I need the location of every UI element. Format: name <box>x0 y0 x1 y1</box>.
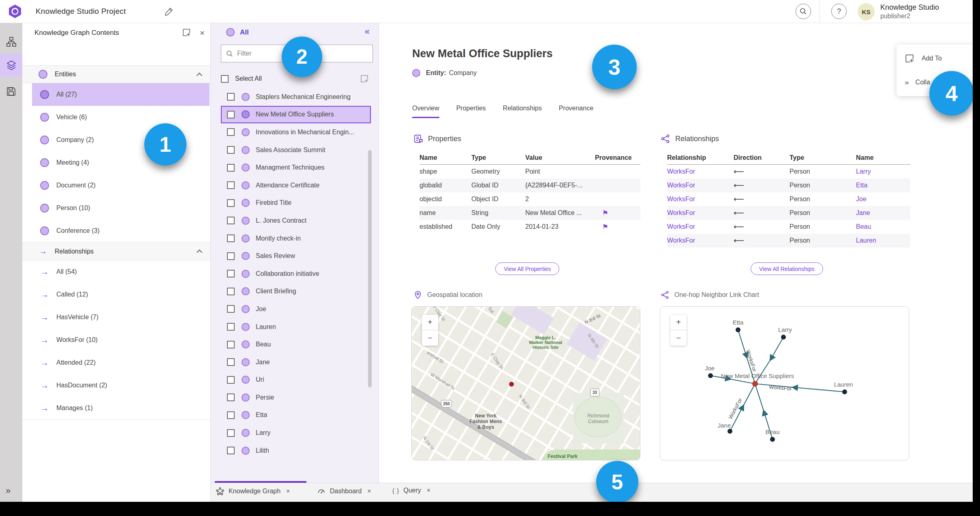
entity-instance-item[interactable]: Lilith <box>221 442 371 460</box>
entity-instance-item[interactable]: Uri <box>221 371 371 389</box>
item-checkbox[interactable] <box>227 146 235 154</box>
tab-relationships[interactable]: Relationships <box>503 105 542 118</box>
item-checkbox[interactable] <box>227 234 235 242</box>
entity-type-item[interactable]: Person (10) <box>32 197 210 219</box>
item-checkbox[interactable] <box>227 358 235 366</box>
relationships-section-header[interactable]: → Relationships <box>22 243 210 260</box>
related-name-link[interactable]: Lauren <box>856 237 910 244</box>
map-card[interactable]: + − W Clay St Sal N 3rd St Maggie L. Wal… <box>411 306 640 460</box>
rail-save-button[interactable] <box>0 80 22 103</box>
entity-instance-item[interactable]: Larry <box>221 424 371 442</box>
node-larry[interactable] <box>781 335 786 340</box>
node-joe[interactable] <box>708 373 713 378</box>
entity-type-item[interactable]: Document (2) <box>32 174 210 197</box>
related-name-link[interactable]: Jane <box>856 209 910 217</box>
item-checkbox[interactable] <box>227 270 235 277</box>
item-checkbox[interactable] <box>227 199 235 207</box>
related-name-link[interactable]: Larry <box>856 168 910 175</box>
entity-instance-item[interactable]: Montly check-in <box>221 230 371 247</box>
rail-contents-button[interactable] <box>0 54 22 77</box>
entity-instance-item[interactable]: Innovations in Mechanical Engin... <box>221 123 371 141</box>
link-chart-card[interactable]: + − <box>660 306 909 460</box>
relationship-link[interactable]: WorksFor <box>667 182 734 189</box>
entity-instance-item[interactable]: Firebird Title <box>221 194 371 212</box>
entity-instance-item[interactable]: Lauren <box>221 318 371 336</box>
entity-instance-item[interactable]: Joe <box>221 300 371 318</box>
item-checkbox[interactable] <box>227 429 235 437</box>
relationship-link[interactable]: WorksFor <box>667 223 734 230</box>
item-checkbox[interactable] <box>227 341 235 348</box>
relationship-link[interactable]: WorksFor <box>667 237 734 244</box>
close-tab-icon[interactable]: × <box>367 488 371 495</box>
relationship-type-item[interactable]: → WorksFor (10) <box>32 329 210 351</box>
node-jane[interactable] <box>728 429 732 434</box>
item-checkbox[interactable] <box>227 181 235 189</box>
rail-expand-button[interactable]: » <box>6 486 10 496</box>
relationship-type-item[interactable]: → Called (12) <box>32 283 210 306</box>
entity-instance-item[interactable]: Attendance Certificate <box>221 176 371 194</box>
link-chart-svg[interactable]: Etta Larry Joe Lauren Jane Beau New Meta… <box>660 307 909 460</box>
view-all-relationships-button[interactable]: View All Relationships <box>751 262 823 275</box>
zoom-out-button[interactable]: − <box>670 330 687 346</box>
tab-overview[interactable]: Overview <box>412 105 439 118</box>
entity-instance-item[interactable]: Persie <box>221 389 371 406</box>
tab-dashboard[interactable]: Dashboard × <box>317 487 371 496</box>
rail-schema-button[interactable] <box>0 30 22 53</box>
view-all-properties-button[interactable]: View All Properties <box>495 262 559 275</box>
entity-instance-item[interactable]: Collaboration initiative <box>221 265 371 283</box>
help-button[interactable]: ? <box>831 4 847 19</box>
knowledge-studio-logo-icon[interactable] <box>8 4 22 18</box>
item-checkbox[interactable] <box>227 323 235 331</box>
entity-instance-item[interactable]: Client Briefing <box>221 283 371 301</box>
entity-instance-item[interactable]: Staplers Mechanical Engineering <box>221 88 371 106</box>
entity-instance-item[interactable]: Sales Review <box>221 247 371 265</box>
close-tab-icon[interactable]: × <box>427 487 430 494</box>
collapse-panel-icon[interactable]: « <box>365 26 370 37</box>
node-center[interactable] <box>752 381 758 387</box>
add-selection-button[interactable] <box>360 74 369 83</box>
item-checkbox[interactable] <box>227 376 235 384</box>
entity-instance-item[interactable]: Etta <box>221 406 371 424</box>
entity-instance-item[interactable]: Beau <box>221 335 371 353</box>
entity-instance-item[interactable]: Sales Associate Summit <box>221 141 371 159</box>
close-tab-icon[interactable]: × <box>286 488 290 495</box>
add-to-new-button[interactable] <box>182 28 191 37</box>
zoom-in-button[interactable]: + <box>422 315 438 330</box>
item-checkbox[interactable] <box>227 305 235 313</box>
item-checkbox[interactable] <box>227 128 235 136</box>
entity-instance-item[interactable]: L. Jones Contract <box>221 212 371 230</box>
item-checkbox[interactable] <box>227 93 235 101</box>
search-button[interactable] <box>796 4 811 19</box>
tab-query[interactable]: { } Query × <box>392 487 430 494</box>
avatar[interactable]: KS <box>858 3 875 20</box>
relationship-type-item[interactable]: → Attended (22) <box>32 351 210 374</box>
relationship-type-item[interactable]: → Manages (1) <box>32 397 210 419</box>
provenance-flag-icon[interactable]: ⚑ <box>595 223 640 231</box>
provenance-flag-icon[interactable]: ⚑ <box>595 209 640 217</box>
related-name-link[interactable]: Etta <box>856 182 910 189</box>
related-name-link[interactable]: Beau <box>856 223 910 230</box>
tab-properties[interactable]: Properties <box>456 105 486 118</box>
tab-knowledge-graph[interactable]: Knowledge Graph × <box>216 487 290 496</box>
relationship-type-item[interactable]: → All (54) <box>32 260 210 283</box>
entities-section-header[interactable]: Entities <box>22 65 210 83</box>
item-checkbox[interactable] <box>227 393 235 401</box>
related-name-link[interactable]: Joe <box>856 196 910 203</box>
item-checkbox[interactable] <box>227 288 235 295</box>
relationship-type-item[interactable]: → HasVehicle (7) <box>32 306 210 329</box>
entity-instance-item[interactable]: Jane <box>221 353 371 371</box>
relationship-type-item[interactable]: → HasDocument (2) <box>32 374 210 397</box>
node-beau[interactable] <box>770 437 775 442</box>
edit-title-pencil-icon[interactable] <box>164 6 174 16</box>
item-checkbox[interactable] <box>227 164 235 172</box>
entity-instance-item[interactable]: Managment Techniques <box>221 159 371 176</box>
map-marker[interactable] <box>509 382 514 387</box>
zoom-out-button[interactable]: − <box>422 330 438 346</box>
zoom-in-button[interactable]: + <box>670 315 687 330</box>
entity-type-item[interactable]: All (27) <box>32 83 210 106</box>
item-checkbox[interactable] <box>227 447 235 454</box>
node-etta[interactable] <box>736 327 740 332</box>
node-lauren[interactable] <box>842 389 847 394</box>
add-to-button[interactable]: Add To <box>905 54 942 63</box>
close-panel-button[interactable]: × <box>200 28 205 37</box>
